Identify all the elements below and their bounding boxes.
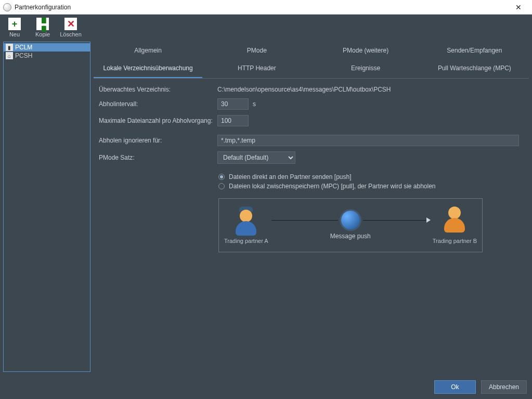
tab-pmode[interactable]: PMode [202,42,311,59]
watched-dir-label: Überwachtes Verzeichnis: [99,86,213,93]
partner-a: Trading partner A [224,207,268,244]
app-icon [3,3,11,11]
partner-icon: ⌂ [6,52,13,59]
arrow-line-right [363,220,430,221]
tab-ereignisse[interactable]: Ereignisse [312,59,420,78]
tab-http-header[interactable]: HTTP Header [202,59,311,78]
sidebar-item-pcsh[interactable]: ⌂ PCSH [4,52,90,60]
partner-icon: ▮ [6,44,13,51]
close-icon[interactable]: ✕ [508,3,529,11]
copy-button[interactable]: ▮▮▮▮ Kopie [32,18,53,37]
dialog-footer: Ok Abbrechen [0,375,532,399]
tab-pmode-weitere[interactable]: PMode (weitere) [312,42,420,59]
delete-icon: ✕ [64,18,77,30]
interval-input[interactable] [217,98,249,110]
delete-label: Löschen [60,31,82,37]
main-area: ▮ PCLM ⌂ PCSH Allgemein PMode PMode (wei… [0,42,532,375]
partner-list: ▮ PCLM ⌂ PCSH [3,42,90,372]
tab-pull-mpc[interactable]: Pull Warteschlange (MPC) [420,59,529,78]
content-panel: Allgemein PMode PMode (weitere) Senden/E… [94,42,529,372]
radio-push[interactable] [218,174,225,180]
tab-senden-empfangen[interactable]: Senden/Empfangen [420,42,529,59]
delete-button[interactable]: ✕ Löschen [60,18,81,37]
radio-push-label: Dateien direkt an den Partner senden [pu… [229,173,352,181]
arrow-line-left [271,220,338,221]
partner-b: Trading partner B [433,207,477,244]
avatar-partner-a-icon [234,207,258,236]
sidebar-item-pclm[interactable]: ▮ PCLM [4,43,90,52]
partner-b-label: Trading partner B [433,238,477,244]
ignore-input[interactable] [217,135,519,146]
titlebar: Partnerkonfiguration ✕ [0,0,532,15]
interval-label: Abholintervall: [99,100,213,108]
plus-icon: + [8,18,21,30]
maxfiles-label: Maximale Dateianzahl pro Abholvorgang: [99,117,213,124]
partner-a-label: Trading partner A [224,238,268,244]
tab-verzeichnis[interactable]: Lokale Verzeichnisüberwachung [94,59,202,78]
watched-dir-value: C:\mendelson\opensource\as4\messages\PCL… [217,86,391,93]
tabrow-secondary: Lokale Verzeichnisüberwachung HTTP Heade… [94,59,529,79]
ok-button[interactable]: Ok [434,380,476,394]
sidebar-item-label: PCLM [15,44,32,51]
globe-icon [341,211,360,229]
avatar-partner-b-icon [443,207,466,236]
window-title: Partnerkonfiguration [15,4,508,11]
radio-pull[interactable] [218,183,225,189]
interval-unit: s [253,100,256,108]
tabrow-primary: Allgemein PMode PMode (weitere) Senden/E… [94,42,529,59]
form: Überwachtes Verzeichnis: C:\mendelson\op… [94,79,529,260]
pmode-label: PMode Satz: [99,154,213,161]
new-button[interactable]: + Neu [4,18,25,37]
radio-pull-label: Dateien lokal zwischenspeichern (MPC) [p… [229,183,436,190]
copy-icon: ▮▮▮▮ [36,18,49,30]
sidebar-item-label: PCSH [15,52,32,59]
push-diagram: Trading partner A Message push Trading p… [218,198,483,252]
new-label: Neu [9,31,20,37]
diagram-middle-label: Message push [330,233,371,240]
tab-allgemein[interactable]: Allgemein [94,42,202,59]
maxfiles-input[interactable] [217,115,249,126]
copy-label: Kopie [35,31,50,37]
ignore-label: Abholen ignorieren für: [99,137,213,144]
toolbar: + Neu ▮▮▮▮ Kopie ✕ Löschen [0,15,532,42]
pmode-select[interactable]: Default (Default) [217,151,295,164]
cancel-button[interactable]: Abbrechen [481,380,527,394]
